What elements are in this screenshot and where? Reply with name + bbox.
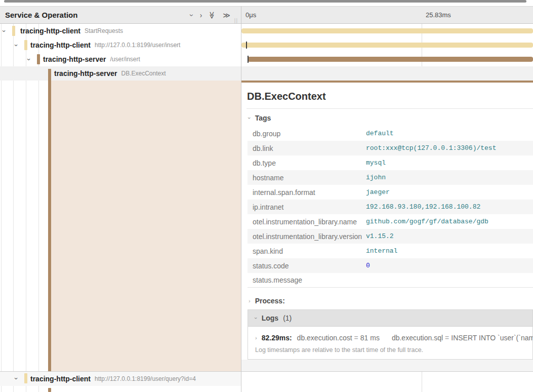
tag-row: db.group default	[248, 126, 533, 141]
tag-key: otel.instrumentation_library.version	[248, 232, 366, 241]
tag-row: db.link root:xxx@tcp(127.0.0.1:3306)/tes…	[248, 141, 533, 155]
span-duration-bar[interactable]	[248, 57, 533, 62]
tag-value: jaeger	[366, 188, 390, 196]
tag-key: db.link	[248, 144, 366, 152]
tag-key: status.code	[248, 262, 366, 270]
tag-value: ijohn	[366, 174, 386, 181]
tag-key: internal.span.format	[248, 188, 366, 197]
span-row-partial[interactable]	[0, 385, 533, 392]
detail-panel-title: DB.ExecContext	[247, 91, 326, 102]
span-color-bar	[12, 26, 15, 36]
span-row-start-requests[interactable]: › tracing-http-client StartRequests	[0, 24, 533, 38]
trace-minimap-scrubber[interactable]	[4, 0, 526, 3]
tag-row: status.code 0	[248, 258, 533, 273]
tag-value: mysql	[366, 159, 386, 167]
chevron-down-icon: ›	[247, 117, 253, 119]
collapse-all-icon[interactable]: ≫	[209, 11, 216, 19]
span-operation-name: StartRequests	[85, 27, 123, 34]
tag-value: 0	[366, 262, 370, 269]
tags-section-label: Tags	[255, 114, 271, 122]
column-resizer-icon[interactable]: ||	[234, 13, 241, 23]
span-color-bar	[24, 40, 27, 50]
process-section-label: Process:	[255, 297, 285, 305]
span-operation-name: /user/insert	[110, 56, 140, 63]
chevron-down-icon[interactable]: ›	[25, 58, 33, 60]
process-section-toggle[interactable]: › Process:	[249, 297, 285, 305]
tag-key: otel.instrumentation_library.name	[248, 218, 366, 226]
service-operation-header: Service & Operation › › ≫ ≫ ||	[0, 7, 241, 23]
span-duration-bar[interactable]	[241, 28, 533, 33]
detail-panel-footer-strip	[241, 360, 533, 371]
log-hint-text: Log timestamps are relative to the start…	[255, 346, 532, 354]
span-row-user-insert-server[interactable]: › tracing-http-server /user/insert	[0, 52, 533, 66]
span-color-bar	[24, 373, 27, 383]
chevron-right-icon: ›	[255, 335, 257, 341]
span-color-top-border	[241, 81, 533, 83]
log-field-value: 81 ms	[360, 334, 380, 342]
tag-value: default	[366, 130, 394, 137]
collapse-one-icon[interactable]: ›	[188, 14, 195, 16]
span-duration-bar[interactable]	[241, 43, 533, 48]
span-operation-name: DB.ExecContext	[121, 70, 166, 77]
span-detail-panel: DB.ExecContext › Tags db.group default d…	[241, 81, 533, 371]
tag-key: db.group	[248, 130, 366, 138]
tags-table: db.group default db.link root:xxx@tcp(12…	[248, 126, 533, 288]
span-boundary-tick	[246, 42, 247, 49]
ruler-tick-1: 25.83ms	[426, 7, 451, 23]
service-operation-title: Service & Operation	[0, 11, 77, 19]
span-row-user-query-client[interactable]: › tracing-http-client http://127.0.0.1:8…	[0, 371, 533, 385]
logs-section-label: Logs	[262, 314, 278, 322]
chevron-right-icon: ›	[249, 298, 251, 304]
log-field-value: INSERT INTO `user`(`name`	[451, 334, 533, 342]
tag-row: span.kind internal	[248, 244, 533, 258]
span-row-db-exec-context[interactable]: tracing-http-server DB.ExecContext	[0, 66, 533, 81]
expand-all-icon[interactable]: ≫	[223, 12, 230, 19]
detail-row-tint	[51, 81, 241, 371]
tag-value: 192.168.93.180,192.168.100.82	[366, 203, 480, 211]
span-row-user-insert-client[interactable]: › tracing-http-client http://127.0.0.1:8…	[0, 38, 533, 52]
chevron-down-icon[interactable]: ›	[1, 30, 8, 32]
span-color-bar	[37, 54, 40, 64]
tag-row: status.message	[248, 273, 533, 288]
span-service-name: tracing-http-server	[43, 55, 106, 63]
logs-section-toggle[interactable]: › Logs (1)	[248, 310, 532, 327]
tag-row: internal.span.format jaeger	[248, 185, 533, 200]
tag-value: internal	[366, 247, 397, 255]
log-timestamp: 82.29ms:	[262, 334, 292, 342]
span-operation-name: http://127.0.0.1:8199/user/query?id=4	[95, 375, 196, 382]
tag-row: db.type mysql	[248, 155, 533, 170]
span-operation-name: http://127.0.0.1:8199/user/insert	[95, 42, 180, 49]
tag-value: root:xxx@tcp(127.0.0.1:3306)/test	[366, 144, 496, 152]
span-service-name: tracing-http-server	[54, 69, 117, 77]
span-service-name: tracing-http-client	[20, 27, 80, 35]
equals-sign: =	[443, 334, 451, 342]
span-service-name: tracing-http-client	[30, 41, 91, 49]
tags-section-toggle[interactable]: › Tags	[249, 114, 271, 122]
expand-one-icon[interactable]: ›	[200, 12, 202, 19]
tag-key: db.type	[248, 159, 366, 167]
column-divider[interactable]	[241, 6, 241, 392]
log-field-key: db.execution.sql	[392, 334, 443, 342]
span-color-bar	[48, 388, 51, 392]
selected-span-accent-bar	[48, 69, 51, 371]
log-entry-toggle[interactable]: › 82.29ms: db.execution.cost=81 ms db.ex…	[255, 333, 532, 342]
trace-timeline-view: Service & Operation › › ≫ ≫ || 0μs 25.83…	[0, 0, 533, 392]
divider	[247, 108, 533, 109]
logs-count: (1)	[283, 314, 292, 322]
tag-row: hostname ijohn	[248, 170, 533, 185]
tag-row: otel.instrumentation_library.name github…	[248, 214, 533, 229]
ruler-tick-0: 0μs	[245, 7, 256, 23]
tag-key: status.message	[248, 276, 366, 284]
chevron-down-icon[interactable]: ›	[13, 377, 20, 379]
equals-sign: =	[352, 334, 360, 342]
tag-value: v1.15.2	[366, 232, 394, 240]
tag-key: hostname	[248, 174, 366, 182]
chevron-down-icon[interactable]: ›	[13, 44, 20, 46]
timeline-header: Service & Operation › › ≫ ≫ || 0μs 25.83…	[0, 6, 533, 24]
span-boundary-tick	[248, 56, 249, 63]
tag-row: otel.instrumentation_library.version v1.…	[248, 229, 533, 244]
tag-key: ip.intranet	[248, 203, 366, 211]
trace-minimap-track	[0, 0, 533, 6]
chevron-down-icon: ›	[253, 317, 259, 319]
span-service-name: tracing-http-client	[30, 375, 91, 383]
